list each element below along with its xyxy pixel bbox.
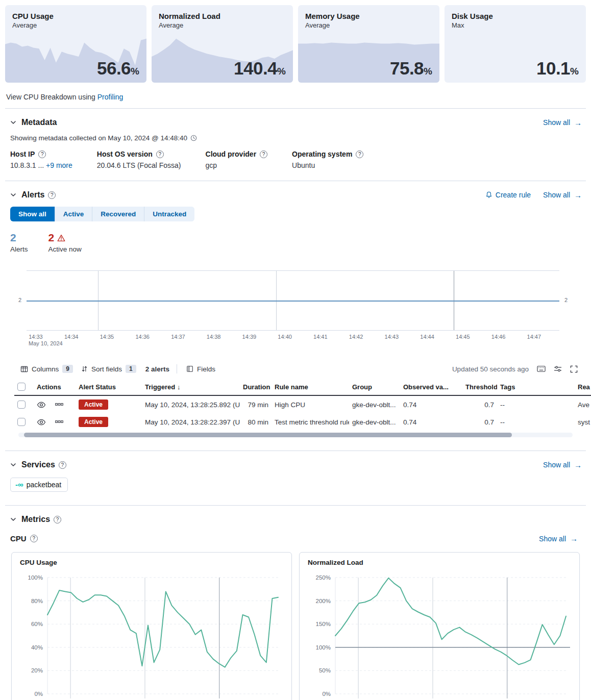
more-actions-icon[interactable] <box>55 420 63 423</box>
arrow-right-icon: → <box>570 534 578 543</box>
display-options-icon[interactable] <box>554 365 562 372</box>
cpu-usage-chart-card[interactable]: CPU Usage 0%20%40%60%80%100%14:3014:3514… <box>11 552 292 700</box>
horizontal-scrollbar-track[interactable] <box>18 433 573 437</box>
timeline-x-tick-label: 14:36 <box>135 334 150 340</box>
services-show-all-link[interactable]: Show all→ <box>543 461 582 469</box>
sort-count-badge: 1 <box>126 365 136 373</box>
observed-value-cell: 0.74 <box>400 401 462 409</box>
kpi-card-disk-usage[interactable]: Disk Usage Max 10.1% <box>445 5 586 83</box>
header-group[interactable]: Group <box>349 383 400 391</box>
alerts-collapse-chevron-icon[interactable] <box>9 191 17 199</box>
duration-cell: 79 min <box>240 401 272 409</box>
svg-text:200%: 200% <box>316 598 331 604</box>
kpi-card-cpu-usage[interactable]: CPU Usage Average 56.6% <box>5 5 146 83</box>
alert-stats: 2 Alerts 2 Active now <box>10 232 582 253</box>
timeline-x-tick-label: 14:38 <box>207 334 221 340</box>
header-triggered[interactable]: Triggered ↓ <box>142 383 240 391</box>
alerts-section: Alerts ? Create rule Show all→ Show all … <box>5 190 586 451</box>
help-icon[interactable]: ? <box>156 151 164 158</box>
metrics-show-all-link[interactable]: Show all→ <box>539 534 578 543</box>
alert-table-row[interactable]: Active May 10, 2024, 13:28:25.892 (U 79 … <box>14 396 591 413</box>
view-alert-eye-icon[interactable] <box>37 402 46 408</box>
header-duration[interactable]: Duration <box>240 383 272 391</box>
metrics-collapse-chevron-icon[interactable] <box>9 515 17 523</box>
group-cell: gke-dev-oblt... <box>349 418 400 426</box>
services-help-icon[interactable]: ? <box>59 461 66 469</box>
header-threshold[interactable]: Threshold <box>462 383 497 391</box>
svg-text:80%: 80% <box>31 598 43 604</box>
normalized-load-chart-card[interactable]: Normalized Load 0%50%100%150%200%250%14:… <box>299 552 580 700</box>
row-checkbox[interactable] <box>17 418 26 426</box>
timeline-x-tick-label: 14:45 <box>456 334 470 340</box>
services-collapse-chevron-icon[interactable] <box>9 461 17 469</box>
tab-show-all[interactable]: Show all <box>10 207 55 221</box>
keyboard-shortcuts-icon[interactable] <box>537 365 546 372</box>
kpi-subtitle: Max <box>445 21 586 29</box>
select-all-checkbox[interactable] <box>17 383 26 391</box>
alert-table-row[interactable]: Active May 10, 2024, 13:28:22.397 (U 80 … <box>14 413 591 431</box>
timeline-x-tick-label: 14:42 <box>349 334 363 340</box>
tab-untracked[interactable]: Untracked <box>144 207 194 221</box>
alert-status-filter-group: Show all Active Recovered Untracked <box>10 207 194 221</box>
timeline-x-tick-label: 14:40 <box>278 334 292 340</box>
svg-text:250%: 250% <box>316 574 331 581</box>
create-rule-button[interactable]: Create rule <box>485 191 531 199</box>
arrow-right-icon: → <box>574 461 582 469</box>
cpu-help-icon[interactable]: ? <box>30 535 38 542</box>
metadata-show-all-link[interactable]: Show all→ <box>543 118 582 127</box>
timeline-x-tick-label: 14:47 <box>527 334 541 340</box>
kpi-card-memory-usage[interactable]: Memory Usage Average 75.8% <box>298 5 439 83</box>
fields-button[interactable]: Fields <box>184 364 217 374</box>
triggered-cell: May 10, 2024, 13:28:25.892 (U <box>142 401 240 409</box>
arrow-right-icon: → <box>574 191 582 199</box>
tags-cell: -- <box>497 418 575 426</box>
help-icon[interactable]: ? <box>260 151 267 158</box>
help-icon[interactable]: ? <box>38 151 46 158</box>
tab-active[interactable]: Active <box>55 207 93 221</box>
active-now-stat: 2 Active now <box>48 232 82 253</box>
header-tags[interactable]: Tags <box>497 383 575 391</box>
section-divider <box>5 451 586 451</box>
metadata-collapse-chevron-icon[interactable] <box>9 118 17 127</box>
fullscreen-icon[interactable] <box>570 365 578 373</box>
cpu-usage-line-chart[interactable]: 0%20%40%60%80%100%14:3014:3514:4014:45Ma… <box>17 569 286 700</box>
header-actions[interactable]: Actions <box>34 383 76 391</box>
timeline-x-tick-label: 14:41 <box>313 334 328 340</box>
threshold-cell: 0.7 <box>462 418 497 426</box>
columns-button[interactable]: Columns 9 <box>18 363 75 374</box>
metrics-help-icon[interactable]: ? <box>54 516 61 523</box>
header-observed-value[interactable]: Observed va... <box>400 383 462 391</box>
header-rule-name[interactable]: Rule name <box>272 383 349 391</box>
service-chip-packetbeat[interactable]: -∞ packetbeat <box>10 478 68 492</box>
header-alert-status[interactable]: Alert Status <box>76 383 142 391</box>
timeline-x-tick-label: 14:35 <box>100 334 114 340</box>
more-actions-icon[interactable] <box>55 403 63 406</box>
apm-service-icon: -∞ <box>15 482 23 487</box>
alert-status-badge[interactable]: Active <box>79 399 108 410</box>
help-icon[interactable]: ? <box>356 151 363 158</box>
chart-title: Normalized Load <box>305 559 574 566</box>
alerts-timeline-chart[interactable]: 2 2 May 10, 2024 14:3314:3414:3514:3614:… <box>9 270 582 349</box>
alert-status-badge[interactable]: Active <box>79 417 108 427</box>
header-reason[interactable]: Rea <box>575 383 591 391</box>
row-checkbox[interactable] <box>17 401 26 409</box>
kpi-card-normalized-load[interactable]: Normalized Load Average 140.4% <box>152 5 293 83</box>
triggered-cell: May 10, 2024, 13:28:22.397 (U <box>142 418 240 426</box>
timeline-y-label-right: 2 <box>564 297 568 303</box>
timeline-x-tick-label: 14:46 <box>491 334 506 340</box>
tab-recovered[interactable]: Recovered <box>92 207 144 221</box>
section-divider <box>5 181 586 181</box>
sort-fields-button[interactable]: Sort fields 1 <box>79 363 138 374</box>
normalized-load-line-chart[interactable]: 0%50%100%150%200%250%14:3014:3514:4014:4… <box>305 569 574 700</box>
view-alert-eye-icon[interactable] <box>37 419 46 426</box>
alerts-help-icon[interactable]: ? <box>48 191 56 199</box>
timeline-x-axis: May 10, 2024 14:3314:3414:3514:3614:3714… <box>27 334 559 349</box>
profiling-link[interactable]: Profiling <box>97 93 124 101</box>
metadata-field-host-ip: Host IP? 10.8.3.1 ... +9 more <box>10 150 72 169</box>
timeline-plot-area[interactable] <box>27 270 559 331</box>
more-ips-link[interactable]: +9 more <box>46 161 72 169</box>
svg-text:60%: 60% <box>31 621 43 627</box>
horizontal-scrollbar-thumb[interactable] <box>24 433 512 437</box>
clock-icon <box>190 135 197 141</box>
alerts-show-all-link[interactable]: Show all→ <box>543 191 582 199</box>
